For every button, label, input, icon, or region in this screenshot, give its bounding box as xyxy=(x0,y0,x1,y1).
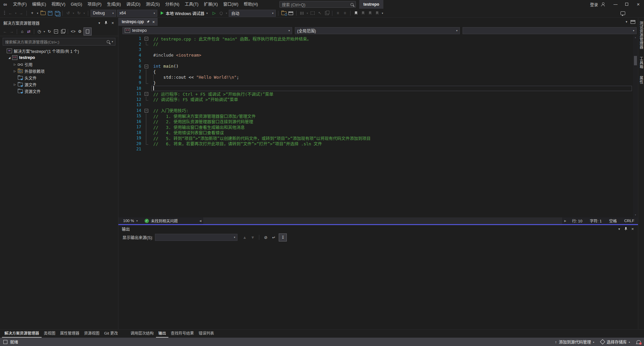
hot-reload-icon[interactable] xyxy=(218,10,224,16)
fold-margin[interactable] xyxy=(141,146,151,152)
output-source-combo[interactable]: ▾ xyxy=(155,234,237,241)
user-profile-icon[interactable] xyxy=(601,2,605,6)
code-line-11[interactable]: 11–// 运行程序: Ctrl + F5 或调试 >“开始执行(不调试)”菜单 xyxy=(118,91,633,97)
code-line-15[interactable]: 15// 1. 使用解决方案资源管理器窗口添加/管理文件 xyxy=(118,113,633,119)
minimize-button[interactable]: — xyxy=(610,0,621,9)
left-dock-tab-3[interactable]: 资源视图 xyxy=(82,330,102,338)
code-line-20[interactable]: 20// 6. 将来，若要再次打开此项目，请转到“文件”>“打开”>“项目”并选… xyxy=(118,141,633,147)
bottom-panel-tab-3[interactable]: 错误列表 xyxy=(196,330,216,338)
toolbar-overflow-icon[interactable]: ▾ xyxy=(381,10,384,16)
window-position-icon[interactable]: ▾ xyxy=(96,19,103,26)
project-scope-combo[interactable]: ++ testrepo ▾ xyxy=(122,27,292,34)
menu-item-9[interactable]: 工具(T) xyxy=(182,0,201,9)
quick-search-input[interactable]: 搜索 (Ctrl+Q) xyxy=(279,1,356,8)
close-button[interactable]: × xyxy=(633,0,644,9)
hscroll-right-icon[interactable]: ▶ xyxy=(562,219,568,222)
se-forward-icon[interactable]: → xyxy=(9,28,15,35)
fold-margin[interactable] xyxy=(141,75,151,80)
output-content[interactable] xyxy=(118,242,638,329)
fold-margin[interactable] xyxy=(141,130,151,136)
solution-configurations-combo[interactable]: Debug▾ xyxy=(91,10,116,17)
column-indicator[interactable]: 字符: 1 xyxy=(586,218,605,223)
bottom-panel-tab-1[interactable]: 输出 xyxy=(156,330,168,338)
left-dock-tab-4[interactable]: Git 更改 xyxy=(102,330,120,338)
bottom-panel-tab-0[interactable]: 调用层次结构 xyxy=(128,330,156,338)
switch-views-icon[interactable]: ⇄ xyxy=(26,28,32,35)
send-feedback-icon[interactable] xyxy=(621,11,625,15)
tree-item-3[interactable]: ▷外部依赖项 xyxy=(0,68,118,74)
background-tasks-icon[interactable] xyxy=(3,340,7,344)
toolbar-grip[interactable] xyxy=(4,11,5,15)
menu-item-8[interactable]: 分析(N) xyxy=(162,0,182,9)
show-all-files-icon[interactable] xyxy=(60,28,66,35)
menu-item-2[interactable]: 视图(V) xyxy=(49,0,68,9)
tree-item-4[interactable]: 头文件 xyxy=(0,74,118,81)
code-line-18[interactable]: 18// 4. 使用错误列表窗口查看错误 xyxy=(118,130,633,136)
fold-collapse-icon[interactable]: – xyxy=(145,109,148,113)
code-line-12[interactable]: 12// 调试程序: F5 或调试 >“开始调试”菜单 xyxy=(118,97,633,102)
window-layout-icon[interactable] xyxy=(288,10,294,16)
tree-expander-icon[interactable]: ▷ xyxy=(13,83,17,86)
save-icon[interactable] xyxy=(47,10,53,16)
code-line-14[interactable]: 14–// 入门使用技巧: xyxy=(118,108,633,114)
float-window-icon[interactable] xyxy=(631,20,635,24)
active-files-dropdown-icon[interactable]: ▾ xyxy=(626,20,627,23)
tree-item-2[interactable]: ▷引用 xyxy=(0,61,118,68)
left-dock-tab-0[interactable]: 解决方案资源管理器 xyxy=(2,330,42,338)
solution-platforms-combo[interactable]: x64▾ xyxy=(117,10,157,17)
tree-item-1[interactable]: ◢++testrepo xyxy=(0,54,118,61)
left-dock-tab-1[interactable]: 类视图 xyxy=(42,330,58,338)
fold-margin[interactable]: – xyxy=(141,36,151,42)
horizontal-scrollbar[interactable] xyxy=(203,217,562,224)
collapse-all-icon[interactable] xyxy=(53,28,59,35)
output-prev-message-icon[interactable]: ▲ xyxy=(241,234,248,241)
profiler-caret-icon[interactable]: ▾ xyxy=(306,10,309,16)
bottom-panel-tab-2[interactable]: 查找符号结果 xyxy=(168,330,196,338)
select-repository-button[interactable]: 选择存储库 ▴ xyxy=(601,339,630,345)
se-back-icon[interactable]: ← xyxy=(2,28,8,35)
fold-margin[interactable]: – xyxy=(141,108,151,114)
tree-item-5[interactable]: ▷源文件 xyxy=(0,81,118,88)
menu-item-4[interactable]: 项目(P) xyxy=(85,0,104,9)
code-line-8[interactable]: 8 std::cout << "Hello World!\n"; xyxy=(118,75,633,80)
output-autoscroll-button[interactable]: ↧ xyxy=(279,233,287,241)
fold-margin[interactable] xyxy=(141,102,151,108)
eol-indicator[interactable]: CRLF xyxy=(621,219,638,223)
solution-explorer-search-input[interactable]: 搜索解决方案资源管理器(Ctrl+;) ▾ xyxy=(3,38,115,46)
next-bookmark-icon[interactable] xyxy=(367,10,373,16)
scroll-up-icon[interactable]: ▴ xyxy=(633,35,638,40)
vertical-scrollbar[interactable]: ▴ ▾ xyxy=(633,35,638,217)
code-line-21[interactable]: 21 xyxy=(118,146,633,152)
tree-expander-icon[interactable]: ▷ xyxy=(13,70,17,73)
pointer-mode-icon[interactable]: ↖ xyxy=(317,10,323,16)
code-line-13[interactable]: 13 xyxy=(118,102,633,108)
prev-bookmark-icon[interactable] xyxy=(360,10,366,16)
sync-with-active-document-icon[interactable]: ↻ xyxy=(46,28,52,35)
selection-mode-icon[interactable] xyxy=(310,10,316,16)
filter-caret-icon[interactable]: ▾ xyxy=(43,28,46,35)
fold-margin[interactable] xyxy=(141,69,151,75)
zoom-control[interactable]: 100 % ▾ xyxy=(118,219,141,223)
code-line-16[interactable]: 16// 2. 使用团队资源管理器窗口连接到源代码管理 xyxy=(118,119,633,125)
code-line-6[interactable]: 6–int main() xyxy=(118,64,633,69)
menu-item-6[interactable]: 调试(D) xyxy=(123,0,143,9)
member-scope-combo[interactable]: ▾ xyxy=(463,27,637,34)
code-line-17[interactable]: 17// 3. 使用输出窗口查看生成输出和其他消息 xyxy=(118,124,633,130)
output-close-icon[interactable]: × xyxy=(629,226,636,232)
hot-reload-caret-icon[interactable]: ▾ xyxy=(225,10,228,16)
fold-margin[interactable] xyxy=(141,124,151,130)
fold-margin[interactable] xyxy=(141,135,151,141)
menu-item-3[interactable]: Git(G) xyxy=(68,0,85,9)
fold-margin[interactable] xyxy=(141,97,151,102)
home-icon[interactable]: ⌂ xyxy=(19,28,25,35)
save-all-icon[interactable] xyxy=(54,10,60,16)
copy-icon[interactable] xyxy=(324,10,330,16)
line-indicator[interactable]: 行: 10 xyxy=(568,218,586,223)
fold-margin[interactable] xyxy=(141,119,151,125)
type-scope-combo[interactable]: (全局范围) ▾ xyxy=(295,27,460,34)
tab-testrepo-cpp[interactable]: testrepo.cpp × xyxy=(118,18,158,26)
menu-item-12[interactable]: 帮助(H) xyxy=(241,0,261,9)
start-debugging-button[interactable]: 本地 Windows 调试器▾ xyxy=(158,10,210,16)
new-project-icon[interactable]: + xyxy=(29,10,35,16)
open-file-icon[interactable] xyxy=(40,10,46,16)
